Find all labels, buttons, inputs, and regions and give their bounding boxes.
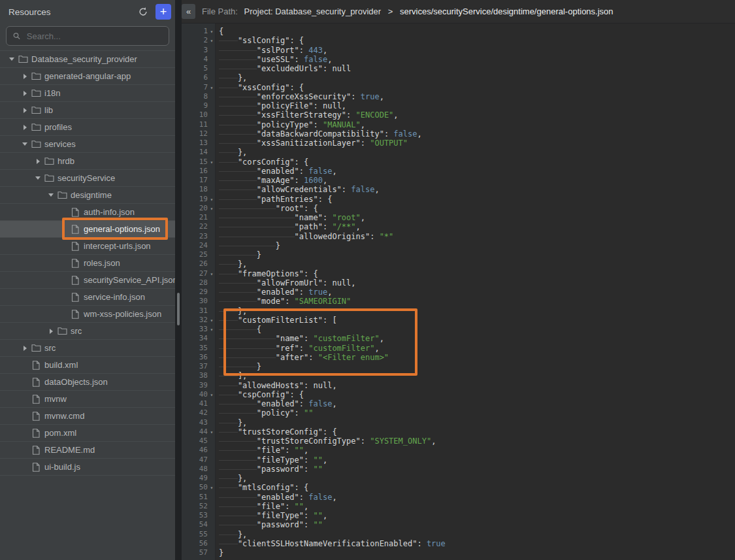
code-line[interactable]: 56"clientSSLHostNameVerificationEnabled"… — [182, 539, 735, 548]
code-line[interactable]: 32▾"customFilterList": [ — [182, 316, 735, 325]
fold-arrow-icon[interactable]: ▾ — [208, 316, 216, 325]
code-line[interactable]: 35"ref": "customFilter", — [182, 344, 735, 353]
chevron-down-icon[interactable] — [20, 142, 30, 146]
fold-arrow-icon[interactable]: ▾ — [208, 204, 216, 213]
code-line[interactable]: 51"enabled": false, — [182, 493, 735, 502]
code-line[interactable]: 15▾"corsConfig": { — [182, 157, 735, 167]
code-line[interactable]: 52"file": "", — [182, 502, 735, 511]
code-line[interactable]: 4"useSSL": false, — [182, 55, 735, 64]
tree-item-securityService[interactable]: securityService — [0, 169, 175, 186]
code-line[interactable]: 9"policyFile": null, — [182, 101, 735, 110]
chevron-down-icon[interactable] — [33, 176, 43, 180]
tree-item-general-options.json[interactable]: general-options.json — [0, 220, 175, 237]
code-line[interactable]: 1▾{ — [182, 27, 735, 36]
add-resource-button[interactable]: + — [155, 4, 171, 20]
fold-arrow-icon[interactable]: ▾ — [208, 195, 216, 204]
chevron-down-icon[interactable] — [46, 193, 56, 197]
code-line[interactable]: 28"allowFromUrl": null, — [182, 278, 735, 288]
code-line[interactable]: 30"mode": "SAMEORIGIN" — [182, 297, 735, 306]
search-input[interactable] — [25, 31, 163, 42]
tree-item-dataObjects.json[interactable]: dataObjects.json — [0, 373, 175, 390]
tree-item-src[interactable]: src — [0, 339, 175, 356]
code-line[interactable]: 14}, — [182, 148, 735, 157]
tree-item-intercept-urls.json[interactable]: intercept-urls.json — [0, 237, 175, 254]
code-line[interactable]: 54"password": "" — [182, 520, 735, 529]
chevron-right-icon[interactable] — [20, 74, 30, 79]
tree-item-Database_security_provider[interactable]: Database_security_provider — [0, 50, 175, 67]
chevron-right-icon[interactable] — [20, 125, 30, 130]
tree-item-roles.json[interactable]: roles.json — [0, 254, 175, 271]
code-line[interactable]: 19▾"pathEntries": { — [182, 195, 735, 204]
tree-item-lib[interactable]: lib — [0, 101, 175, 118]
tree-item-i18n[interactable]: i18n — [0, 84, 175, 101]
tree-item-mvnw[interactable]: mvnw — [0, 390, 175, 407]
code-line[interactable]: 25} — [182, 250, 735, 259]
tree-item-generated-angular-app[interactable]: generated-angular-app — [0, 67, 175, 84]
code-line[interactable]: 47"fileType": "", — [182, 455, 735, 465]
code-line[interactable]: 20▾"root": { — [182, 204, 735, 213]
code-line[interactable]: 31}, — [182, 306, 735, 316]
chevron-right-icon[interactable] — [20, 346, 30, 351]
tree-item-services[interactable]: services — [0, 135, 175, 152]
code-line[interactable]: 33▾{ — [182, 325, 735, 334]
code-line[interactable]: 46"file": "", — [182, 446, 735, 455]
code-line[interactable]: 49}, — [182, 474, 735, 483]
code-line[interactable]: 53"fileType": "", — [182, 511, 735, 520]
tree-item-build.xml[interactable]: build.xml — [0, 356, 175, 373]
tree-item-auth-info.json[interactable]: auth-info.json — [0, 203, 175, 220]
fold-arrow-icon[interactable]: ▾ — [208, 269, 216, 278]
tree-item-designtime[interactable]: designtime — [0, 186, 175, 203]
chevron-right-icon[interactable] — [46, 329, 56, 334]
fold-arrow-icon[interactable]: ▾ — [208, 483, 216, 492]
chevron-down-icon[interactable] — [7, 58, 17, 61]
code-line[interactable]: 45"trustStoreConfigType": "SYSTEM_ONLY", — [182, 436, 735, 446]
tree-item-README.md[interactable]: README.md — [0, 441, 175, 458]
code-line[interactable]: 11"policyType": "MANUAL", — [182, 120, 735, 129]
tree-item-hrdb[interactable]: hrdb — [0, 152, 175, 169]
code-line[interactable]: 10"xssFilterStrategy": "ENCODE", — [182, 110, 735, 120]
tree-item-src[interactable]: src — [0, 322, 175, 339]
tree-item-securityService_API.json[interactable]: securityService_API.json — [0, 271, 175, 288]
tree-item-profiles[interactable]: profiles — [0, 118, 175, 135]
code-line[interactable]: 13"xssSanitizationLayer": "OUTPUT" — [182, 139, 735, 148]
code-line[interactable]: 36"after": "<Filter enum>" — [182, 353, 735, 362]
code-line[interactable]: 38], — [182, 371, 735, 380]
code-line[interactable]: 17"maxAge": 1600, — [182, 176, 735, 185]
tree-item-pom.xml[interactable]: pom.xml — [0, 424, 175, 441]
fold-arrow-icon[interactable]: ▾ — [208, 390, 216, 399]
fold-arrow-icon[interactable]: ▾ — [208, 427, 216, 436]
code-line[interactable]: 18"allowCredentials": false, — [182, 185, 735, 194]
tree-item-service-info.json[interactable]: service-info.json — [0, 288, 175, 305]
code-line[interactable]: 27▾"frameOptions": { — [182, 269, 735, 278]
code-line[interactable]: 8"enforceXssSecurity": true, — [182, 92, 735, 101]
code-line[interactable]: 7▾"xssConfig": { — [182, 83, 735, 92]
code-line[interactable]: 26}, — [182, 259, 735, 269]
code-line[interactable]: 42"policy": "" — [182, 408, 735, 418]
code-line[interactable]: 48"password": "" — [182, 465, 735, 474]
code-line[interactable]: 40▾"cspConfig": { — [182, 390, 735, 399]
code-line[interactable]: 3"sslPort": 443, — [182, 46, 735, 55]
fold-arrow-icon[interactable]: ▾ — [208, 83, 216, 92]
chevron-right-icon[interactable] — [33, 159, 43, 164]
fold-arrow-icon[interactable]: ▾ — [208, 36, 216, 45]
chevron-right-icon[interactable] — [20, 108, 30, 113]
code-line[interactable]: 50▾"mtlsConfig": { — [182, 483, 735, 492]
code-line[interactable]: 34"name": "customFilter", — [182, 334, 735, 343]
code-line[interactable]: 5"excludedUrls": null — [182, 64, 735, 73]
code-line[interactable]: 57} — [182, 548, 735, 557]
code-line[interactable]: 44▾"trustStoreConfig": { — [182, 427, 735, 436]
code-line[interactable]: 37} — [182, 362, 735, 371]
code-line[interactable]: 41"enabled": false, — [182, 399, 735, 408]
fold-arrow-icon[interactable]: ▾ — [208, 157, 216, 167]
tree-item-mvnw.cmd[interactable]: mvnw.cmd — [0, 407, 175, 424]
code-line[interactable]: 55}, — [182, 530, 735, 539]
tree-item-ui-build.js[interactable]: ui-build.js — [0, 458, 175, 475]
chevron-right-icon[interactable] — [20, 91, 30, 96]
code-line[interactable]: 24} — [182, 241, 735, 250]
refresh-button[interactable] — [136, 5, 150, 19]
code-line[interactable]: 21"name": "root", — [182, 213, 735, 222]
collapse-sidebar-button[interactable]: « — [182, 4, 195, 19]
fold-arrow-icon[interactable]: ▾ — [208, 325, 216, 334]
fold-arrow-icon[interactable]: ▾ — [208, 27, 216, 36]
code-line[interactable]: 43}, — [182, 418, 735, 427]
